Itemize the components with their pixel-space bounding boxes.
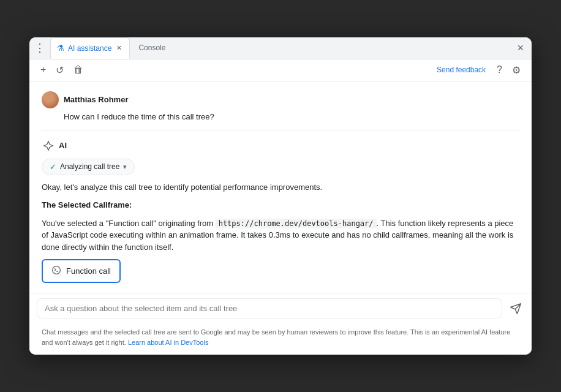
- close-window-icon[interactable]: ✕: [514, 40, 527, 55]
- tab-console[interactable]: Console: [132, 37, 171, 59]
- ai-callframe-text: The Selected Callframe:: [42, 199, 519, 211]
- ai-response-intro: Okay, let's analyze this call tree to id…: [42, 181, 519, 194]
- flask-icon: ⚗: [57, 43, 64, 53]
- ai-callframe-detail: You've selected a "Function call" origin…: [42, 217, 519, 254]
- toolbar: + ↺ 🗑 Send feedback ? ⚙: [29, 59, 532, 81]
- function-call-chip[interactable]: Function call: [42, 259, 121, 283]
- input-area: [29, 293, 532, 323]
- footer: Chat messages and the selected call tree…: [29, 323, 532, 355]
- send-feedback-button[interactable]: Send feedback: [432, 63, 491, 77]
- delete-button[interactable]: 🗑: [70, 62, 87, 78]
- avatar: [42, 91, 59, 108]
- chat-content: Matthias Rohmer How can I reduce the tim…: [29, 81, 532, 293]
- user-question: How can I reduce the time of this call t…: [64, 112, 519, 121]
- add-button[interactable]: +: [37, 62, 50, 78]
- analyzing-pill[interactable]: ✓ Analyzing call tree ▾: [42, 159, 135, 175]
- chat-input[interactable]: [37, 298, 502, 318]
- learn-more-link[interactable]: Learn about AI in DevTools: [128, 339, 208, 346]
- ai-label: AI: [59, 141, 67, 150]
- ai-icon: [42, 139, 55, 153]
- callframe-heading: The Selected Callframe:: [42, 200, 132, 209]
- chevron-down-icon: ▾: [123, 163, 127, 171]
- user-message: Matthias Rohmer How can I reduce the tim…: [42, 91, 519, 121]
- ai-header: AI: [42, 139, 519, 153]
- analyzing-label: Analyzing call tree: [60, 162, 119, 171]
- svg-point-0: [53, 266, 61, 274]
- divider: [42, 130, 519, 130]
- tab-ai-assistance[interactable]: ⚗ AI assistance ✕: [50, 37, 130, 59]
- ai-message: AI ✓ Analyzing call tree ▾ Okay, let's a…: [42, 139, 519, 284]
- callframe-url: https://chrome.dev/devtools-hangar/: [216, 219, 377, 228]
- tab-console-label: Console: [138, 43, 165, 52]
- callframe-text-before: You've selected a "Function call" origin…: [42, 219, 216, 228]
- tab-bar: ⋮ ⚗ AI assistance ✕ Console ✕: [29, 37, 532, 59]
- footer-text: Chat messages and the selected call tree…: [42, 328, 510, 346]
- help-button[interactable]: ?: [493, 62, 506, 78]
- tab-close-icon[interactable]: ✕: [115, 43, 123, 53]
- tab-ai-label: AI assistance: [68, 44, 111, 53]
- settings-button[interactable]: ⚙: [508, 62, 524, 78]
- user-header: Matthias Rohmer: [42, 91, 519, 108]
- function-call-label: Function call: [66, 266, 111, 276]
- function-icon: [51, 265, 61, 277]
- check-icon: ✓: [50, 162, 56, 172]
- history-button[interactable]: ↺: [52, 62, 67, 78]
- avatar-image: [42, 91, 59, 108]
- user-name: Matthias Rohmer: [64, 95, 128, 104]
- panel-menu-icon[interactable]: ⋮: [34, 41, 45, 55]
- send-button[interactable]: [507, 300, 524, 317]
- devtools-window: ⋮ ⚗ AI assistance ✕ Console ✕ + ↺ 🗑 Send…: [29, 37, 532, 355]
